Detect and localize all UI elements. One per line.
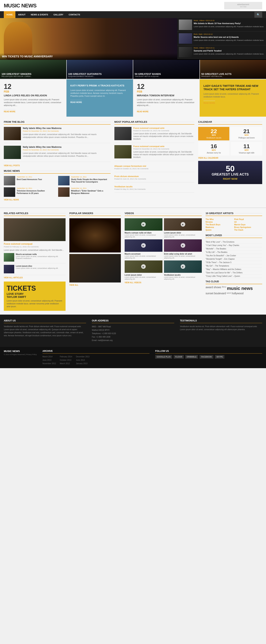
nh-readmore-1[interactable]: READ MORE <box>4 109 16 113</box>
news-highlight-4: LADY GAGA'S TWITTER TIRADE AND NEW TRACK… <box>200 80 266 117</box>
cal-month-2: NOV <box>232 134 261 136</box>
view-all-articles[interactable]: VIEW ALL ARTICLES <box>4 276 66 279</box>
loved-7: "My Girl" – The Temptations <box>206 264 262 268</box>
news-highlight-1: 12 FEB LINDA LOPES RELIES ON RELIGION Lo… <box>0 80 66 117</box>
ad-label: advertisement <box>228 4 258 6</box>
tag-hollywood[interactable]: hollywood <box>232 292 244 295</box>
follow-dribbble[interactable]: DRIBBBLE <box>185 355 198 359</box>
featured-band-3[interactable]: 50 GREATEST BANDS TINCIDUNT METUS ALIQUA… <box>133 60 200 79</box>
video-title-3: Mauris accumsan <box>125 253 162 255</box>
popular-articles-title: MOST POPULAR ARTICLES <box>114 120 194 124</box>
video-title-5: Lorem ipsum dolor <box>125 274 162 276</box>
pa-item-4: Proin dictum elementum Posted On June 23… <box>114 174 194 182</box>
hero-side-item-3: Music, Videos • 2013-10-11 Samanta and P… <box>177 46 266 59</box>
footer-testimonials-text: Vestibulum iaculis lacinia est. Proin di… <box>180 325 262 331</box>
related-main-title: Fusce euismod consequat <box>4 242 66 245</box>
footer-address: OUR ADDRESS 9863 – 9867 Mill Road Watfor… <box>92 319 174 342</box>
play-button-3[interactable]: ▶ <box>141 243 146 248</box>
play-button-4[interactable]: ▶ <box>181 243 185 248</box>
view-all-posts[interactable]: VIEW ALL POSTS <box>4 164 110 166</box>
nav-contacts[interactable]: CONTACTS <box>66 11 83 18</box>
artist-name-4: Madonna <box>206 226 234 228</box>
tag-sunset-boulevard[interactable]: sunset boulevard <box>206 292 226 295</box>
nav-about[interactable]: ABOUT <box>16 11 28 18</box>
loved-5: "Wonderful Tonight" – Eric Clapton <box>206 258 262 261</box>
featured-band-4[interactable]: 50 GREATEST LIVE ACTS PRAESENT VESTIBULU… <box>200 60 266 79</box>
live-acts-sub: RIGHT NOW <box>223 178 238 180</box>
cal-day-3: 16 <box>200 144 228 149</box>
nav-news-events[interactable]: NEWS & EVENTS <box>28 11 51 18</box>
nav-gallery[interactable]: GALLERY <box>51 11 66 18</box>
featured-band-1[interactable]: 100 GREATEST SINGERS PELLENTQUE SED DOLO… <box>0 60 67 79</box>
popular-singers-section: POPULAR SINGERS VIEW ALL <box>69 212 121 311</box>
footer-about-title: ABOUT US <box>4 319 86 323</box>
archive-oct-2013[interactable]: October 2013 <box>60 358 72 362</box>
archive-dec-2013[interactable]: December 2013 <box>76 355 90 358</box>
archive-nov-2012[interactable]: November 2012 <box>42 362 56 365</box>
pa-article-title-1: Fusce euismod consequat ante <box>134 127 194 129</box>
pa-article-title-3: Aliquam conque fermentum nisl <box>114 165 194 167</box>
ad-size: 647/88 <box>228 6 258 8</box>
rs-title-1: Mauris accumsan nulla <box>16 253 66 256</box>
video-thumb-1[interactable]: ▶ <box>125 218 162 230</box>
footer-bottom-title: MUSIC NEWS <box>4 350 37 352</box>
archive-jan-2013[interactable]: January 2013 <box>76 362 90 365</box>
artist-name-10: The Clash <box>234 229 262 231</box>
video-thumb-2[interactable]: ▶ <box>164 218 202 230</box>
news-highlight-3: 12 FEB MIRANDA TOMSON INTERVIEW Lorem ip… <box>133 80 200 117</box>
hero-side-meta-2: Rock, Style • 2013-10-12 <box>194 33 264 35</box>
video-thumb-3[interactable]: ▶ <box>125 239 162 252</box>
view-all-news[interactable]: VIEW ALL NEWS <box>4 199 110 201</box>
video-thumb-5[interactable]: ▶ <box>125 260 162 273</box>
featured-band-2[interactable]: 100 GREATEST GUITARISTS ALIQUAM DAPIBUS … <box>67 60 134 79</box>
tag-music-news[interactable]: music news <box>227 286 253 291</box>
artist-name-8: Marvin Gaye <box>234 224 262 226</box>
follow-skype[interactable]: SKYPE <box>215 355 224 359</box>
nh-readmore-2[interactable]: READ MORE <box>70 100 82 103</box>
pa-text-2: Lorem ipsum dolor sit amet, consectetuer… <box>134 151 194 159</box>
archive-feb-2014[interactable]: February 2014 <box>60 355 72 358</box>
nh-title-4: LADY GAGA'S TWITTER TIRADE AND NEW TRACK… <box>204 84 262 91</box>
tickets-box[interactable]: TICKETS LOVE STORY TAYLOR SWIFT Lorem ip… <box>4 282 66 311</box>
play-button-1[interactable]: ▶ <box>141 222 146 227</box>
nh-readmore-4[interactable]: READ MORE <box>204 101 215 104</box>
play-button-6[interactable]: ▶ <box>181 264 185 269</box>
view-all-singers[interactable]: VIEW ALL <box>69 284 121 286</box>
tickets-artist: TAYLOR SWIFT <box>7 296 63 298</box>
archive-june-2013[interactable]: June 2013 <box>42 358 56 362</box>
nh-readmore-3[interactable]: READ MORE <box>137 109 148 113</box>
footer-city: Watford WD18 9PHT. <box>92 328 174 332</box>
archive-mar-2012[interactable]: March 2012 <box>60 362 72 365</box>
rs-thumb-1 <box>4 253 14 262</box>
video-item-3: ▶ Mauris accumsan Lorem ipsum dolor sit … <box>125 239 162 259</box>
bottom-content: RELATED ARTICLES Fusce euismod consequat… <box>0 208 266 314</box>
video-item-6: ▶ Vestibulum iaculis Lorem ipsum dolor s… <box>164 260 202 280</box>
archive-title: ARCHIVE <box>42 350 150 354</box>
hero-sidebar: Music, Videos • 2013-10-31 Win tickets t… <box>177 18 266 60</box>
loved-3: "In My Life" – The Beatles <box>206 250 262 254</box>
mn-date-3: September 14, 2011 <box>17 187 56 189</box>
mn-date-1: September 14, 2011 <box>17 176 42 178</box>
main-content: FROM THE BLOG Nelly labels Miley the new… <box>0 117 266 208</box>
search-button[interactable]: 🔍 <box>254 12 262 18</box>
archive-jun-2013[interactable]: June 2013 <box>76 358 90 362</box>
view-all-calendar[interactable]: VIEW ALL CALENDAR <box>198 157 262 159</box>
nav-home[interactable]: HOME <box>4 11 16 18</box>
follow-facebook[interactable]: FACEBOOK <box>200 355 213 359</box>
follow-googleplus[interactable]: GOOGLE PLUS <box>155 355 172 359</box>
tag-films[interactable]: films <box>222 286 226 291</box>
follow-flickr[interactable]: FLICKR <box>174 355 184 359</box>
video-thumb-6[interactable]: ▶ <box>164 260 202 273</box>
videos-section-title: VIDEOS <box>125 212 202 216</box>
live-acts-box[interactable]: 50 GREATEST LIVE ACTS RIGHT NOW <box>198 161 262 184</box>
play-button-5[interactable]: ▶ <box>141 264 146 269</box>
play-button-2[interactable]: ▶ <box>181 222 185 227</box>
view-all-videos[interactable]: VIEW ALL VIDEOS <box>125 282 202 284</box>
middle-column: MOST POPULAR ARTICLES Fusce euismod cons… <box>114 120 194 204</box>
cal-item-4: 11 NOV Vivamus eget nibh <box>231 142 262 156</box>
tag-west[interactable]: west <box>227 292 231 295</box>
video-thumb-4[interactable]: ▶ <box>164 239 202 252</box>
archive-march-2014[interactable]: March 2014 <box>42 355 56 358</box>
related-main-meta: Posted On February 11, 2016 | No Comment… <box>4 246 66 248</box>
tag-award-shows[interactable]: award shows <box>206 286 221 291</box>
